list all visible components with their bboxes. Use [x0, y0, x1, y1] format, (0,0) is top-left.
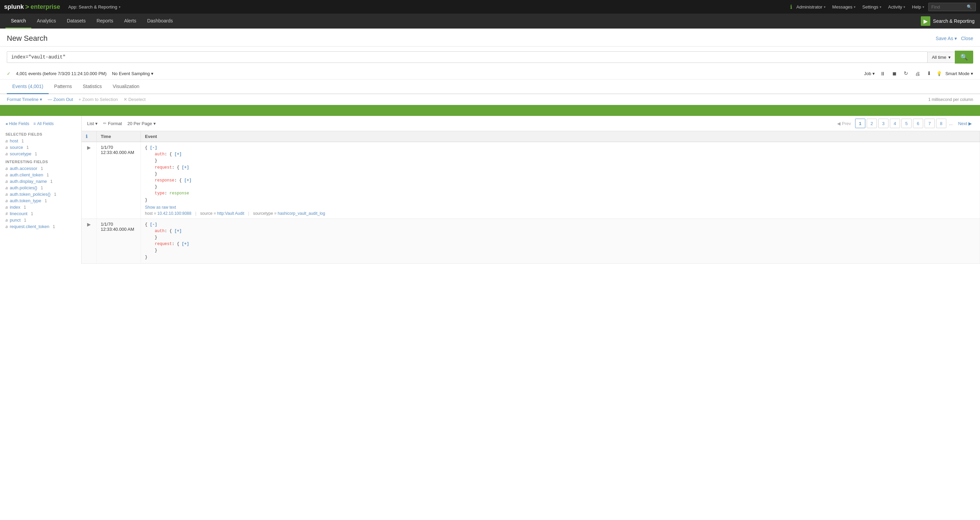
print-button[interactable]: 🖨: [913, 70, 922, 77]
search-go-button[interactable]: 🔍: [955, 51, 973, 63]
page-3-button[interactable]: 3: [878, 119, 888, 128]
host-link-1[interactable]: 10.42.10.100:8088: [157, 211, 191, 216]
tab-statistics[interactable]: Statistics: [77, 79, 107, 94]
page-2-button[interactable]: 2: [867, 119, 877, 128]
field-auth-policies[interactable]: a auth.policies{} 1: [0, 185, 81, 191]
nav-analytics[interactable]: Analytics: [31, 14, 61, 29]
status-row: ✓ 4,001 events (before 7/3/20 11:24:10.0…: [0, 68, 980, 79]
page-5-button[interactable]: 5: [901, 119, 912, 128]
format-timeline-button[interactable]: Format Timeline ▾: [7, 97, 42, 102]
field-sourcetype[interactable]: a sourcetype 1: [0, 151, 81, 157]
sourcetype-link-1[interactable]: hashicorp_vault_audit_log: [278, 211, 325, 216]
job-button[interactable]: Job ▾: [864, 71, 875, 76]
save-as-button[interactable]: Save As ▾: [936, 36, 957, 41]
field-name-auth-token-type[interactable]: auth.token_type: [10, 198, 41, 203]
row-expand-button-1[interactable]: ▶: [86, 145, 92, 150]
help-btn[interactable]: Help ▾: [909, 3, 927, 11]
info-icon[interactable]: ℹ: [790, 4, 792, 10]
field-name-host[interactable]: host: [10, 138, 18, 143]
page-6-button[interactable]: 6: [913, 119, 923, 128]
app-name-btn[interactable]: App: Search & Reporting ▾: [66, 3, 123, 11]
collapse-root-2[interactable]: [-]: [150, 222, 157, 227]
hide-fields-chevron: ◂: [5, 121, 8, 126]
page-1-button[interactable]: 1: [855, 119, 865, 128]
close-button[interactable]: Close: [961, 36, 973, 41]
field-auth-client-token[interactable]: a auth.client_token 1: [0, 172, 81, 178]
stop-button[interactable]: ⏹: [890, 70, 899, 77]
row-expand-button-2[interactable]: ▶: [86, 222, 92, 227]
field-linecount[interactable]: # linecount 1: [0, 210, 81, 217]
field-name-sourcetype[interactable]: sourcetype: [10, 151, 32, 156]
field-name-auth-client-token[interactable]: auth.client_token: [10, 172, 43, 178]
next-page-button[interactable]: Next ▶: [956, 119, 975, 128]
admin-btn[interactable]: Administrator ▾: [794, 3, 828, 11]
events-data-table: ℹ Time Event ▶ 1/1/7012:33:40.000 AM: [82, 131, 980, 264]
collapse-root-1[interactable]: [-]: [150, 146, 157, 150]
field-name-linecount[interactable]: linecount: [10, 211, 27, 216]
field-name-auth-display-name[interactable]: auth.display_name: [10, 179, 47, 184]
zoom-out-label: — Zoom Out: [48, 97, 73, 102]
field-auth-token-type[interactable]: a auth.token_type 1: [0, 197, 81, 204]
prev-page-button[interactable]: ◀ Prev: [834, 119, 853, 128]
field-request-client-token[interactable]: a request.client_token 1: [0, 223, 81, 230]
expand-request-2[interactable]: [+]: [182, 242, 189, 246]
activity-btn[interactable]: Activity ▾: [885, 3, 908, 11]
expand-auth-1[interactable]: [+]: [174, 152, 182, 157]
nav-reports[interactable]: Reports: [91, 14, 119, 29]
nav-dashboards[interactable]: Dashboards: [142, 14, 178, 29]
field-name-auth-token-policies[interactable]: auth.token_policies{}: [10, 192, 51, 197]
expand-request-1[interactable]: [+]: [182, 165, 189, 170]
field-auth-accessor[interactable]: a auth.accessor 1: [0, 165, 81, 172]
zoom-to-selection-button[interactable]: + Zoom to Selection: [79, 97, 118, 102]
format-button[interactable]: ✏ Format: [103, 121, 122, 126]
find-input[interactable]: [931, 5, 966, 10]
field-type-sourcetype: a: [5, 152, 8, 156]
pause-button[interactable]: ⏸: [878, 70, 887, 77]
page-8-button[interactable]: 8: [936, 119, 946, 128]
tab-events[interactable]: Events (4,001): [7, 79, 49, 94]
field-name-source[interactable]: source: [10, 145, 23, 150]
field-name-punct[interactable]: punct: [10, 217, 21, 223]
field-name-request-client-token[interactable]: request.client_token: [10, 224, 49, 229]
page-7-button[interactable]: 7: [924, 119, 935, 128]
event-body-content-1: { [-] auth: { [+] } request: { [+] } res…: [145, 145, 975, 204]
field-index[interactable]: a index 1: [0, 204, 81, 210]
deselect-label: ✕ Deselect: [124, 97, 146, 102]
field-name-index[interactable]: index: [10, 205, 21, 210]
show-raw-link-1[interactable]: Show as raw text: [145, 205, 975, 210]
field-name-auth-accessor[interactable]: auth.accessor: [10, 166, 37, 171]
tab-patterns[interactable]: Patterns: [49, 79, 77, 94]
messages-btn[interactable]: Messages ▾: [830, 3, 858, 11]
tab-visualization[interactable]: Visualization: [107, 79, 145, 94]
per-page-button[interactable]: 20 Per Page ▾: [127, 121, 156, 126]
search-input[interactable]: [7, 52, 927, 63]
field-name-auth-policies[interactable]: auth.policies{}: [10, 185, 37, 190]
page-4-button[interactable]: 4: [890, 119, 900, 128]
expand-response-1[interactable]: [+]: [184, 178, 192, 183]
list-button[interactable]: List ▾: [87, 121, 98, 126]
zoom-out-button[interactable]: — Zoom Out: [48, 97, 73, 102]
expand-auth-2[interactable]: [+]: [174, 229, 182, 233]
find-box: 🔍: [928, 3, 976, 11]
col-info: ℹ: [82, 131, 97, 142]
nav-datasets[interactable]: Datasets: [61, 14, 91, 29]
sampling-button[interactable]: No Event Sampling ▾: [112, 71, 153, 76]
download-button[interactable]: ⬇: [925, 70, 933, 77]
time-picker[interactable]: All time ▾: [927, 52, 955, 63]
field-source[interactable]: a source 1: [0, 144, 81, 151]
deselect-button[interactable]: ✕ Deselect: [124, 97, 146, 102]
status-text: 4,001 events (before 7/3/20 11:24:10.000…: [16, 71, 107, 76]
nav-search[interactable]: Search: [5, 14, 31, 29]
hide-fields-button[interactable]: ◂ Hide Fields: [5, 121, 29, 126]
field-punct[interactable]: a punct 1: [0, 217, 81, 223]
field-auth-token-policies[interactable]: a auth.token_policies{} 1: [0, 191, 81, 197]
settings-btn[interactable]: Settings ▾: [859, 3, 884, 11]
nav-alerts[interactable]: Alerts: [119, 14, 142, 29]
page-header: New Search Save As ▾ Close: [0, 29, 980, 46]
refresh-button[interactable]: ↻: [902, 70, 910, 77]
field-host[interactable]: a host 1: [0, 138, 81, 144]
smart-mode-button[interactable]: Smart Mode ▾: [945, 71, 973, 76]
field-auth-display-name[interactable]: a auth.display_name 1: [0, 178, 81, 185]
source-link-1[interactable]: http:Vault Audit: [217, 211, 244, 216]
all-fields-button[interactable]: ≡ All Fields: [33, 121, 54, 126]
